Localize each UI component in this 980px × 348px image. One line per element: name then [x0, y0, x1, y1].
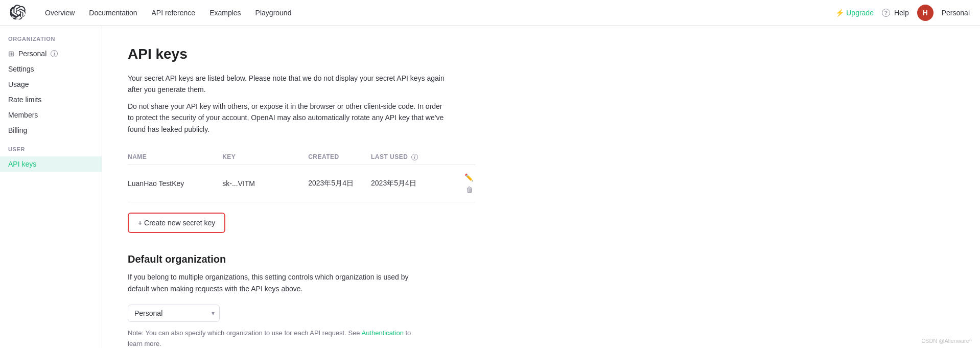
sidebar-item-settings[interactable]: Settings	[0, 61, 102, 77]
api-keys-table: NAME KEY CREATED LAST USED i LuanHao Tes…	[128, 149, 475, 202]
org-section-label: ORGANIZATION	[0, 36, 102, 46]
sidebar-org-personal[interactable]: ⊞ Personal i	[0, 46, 102, 61]
col-header-name: NAME	[128, 149, 222, 165]
org-select[interactable]: Personal	[128, 305, 220, 322]
note-text: Note: You can also specify which organiz…	[128, 328, 424, 348]
sidebar-item-usage[interactable]: Usage	[0, 77, 102, 92]
last-used-info-icon: i	[411, 154, 418, 160]
description-2: Do not share your API key with others, o…	[128, 101, 450, 135]
default-org-title: Default organization	[128, 253, 954, 265]
nav-examples[interactable]: Examples	[203, 6, 247, 20]
description-1: Your secret API keys are listed below. P…	[128, 73, 445, 96]
nav-documentation[interactable]: Documentation	[83, 6, 143, 20]
upgrade-button[interactable]: ⚡ Upgrade	[835, 9, 874, 17]
sidebar-item-members[interactable]: Members	[0, 107, 102, 123]
nav-overview[interactable]: Overview	[39, 6, 81, 20]
nav-playground[interactable]: Playground	[249, 6, 298, 20]
key-value: sk-...VITM	[222, 165, 308, 202]
sidebar: ORGANIZATION ⊞ Personal i Settings Usage…	[0, 26, 102, 348]
openai-logo[interactable]	[10, 5, 27, 21]
main-content: API keys Your secret API keys are listed…	[102, 26, 980, 348]
key-last-used: 2023年5月4日	[371, 165, 446, 202]
info-icon: i	[51, 50, 58, 57]
col-header-created: CREATED	[308, 149, 371, 165]
layout: ORGANIZATION ⊞ Personal i Settings Usage…	[0, 26, 980, 348]
help-button[interactable]: ? Help	[882, 9, 909, 17]
org-icon: ⊞	[8, 50, 14, 58]
col-header-key: KEY	[222, 149, 308, 165]
sidebar-item-rate-limits[interactable]: Rate limits	[0, 92, 102, 107]
help-circle-icon: ?	[882, 9, 890, 17]
key-name: LuanHao TestKey	[128, 165, 222, 202]
nav-links: Overview Documentation API reference Exa…	[39, 6, 835, 20]
sidebar-divider	[0, 138, 102, 146]
nav-api-reference[interactable]: API reference	[146, 6, 202, 20]
lightning-icon: ⚡	[835, 9, 844, 17]
org-select-wrapper: Personal ▾	[128, 305, 220, 322]
sidebar-item-billing[interactable]: Billing	[0, 123, 102, 138]
create-key-button[interactable]: + Create new secret key	[130, 215, 223, 231]
user-section-label: USER	[0, 146, 102, 156]
top-nav: Overview Documentation API reference Exa…	[0, 0, 980, 26]
sidebar-item-api-keys[interactable]: API keys	[0, 156, 102, 172]
col-header-last-used: LAST USED i	[371, 149, 446, 165]
key-created: 2023年5月4日	[308, 165, 371, 202]
col-header-actions	[446, 149, 475, 165]
default-org-desc: If you belong to multiple organizations,…	[128, 271, 424, 294]
create-key-wrapper: + Create new secret key	[128, 213, 225, 233]
key-actions: ✏️ 🗑	[446, 165, 475, 202]
authentication-link[interactable]: Authentication	[361, 329, 403, 337]
top-nav-right: ⚡ Upgrade ? Help H Personal	[835, 5, 970, 21]
edit-key-button[interactable]: ✏️	[462, 171, 475, 183]
avatar[interactable]: H	[917, 5, 934, 21]
table-row: LuanHao TestKey sk-...VITM 2023年5月4日 202…	[128, 165, 475, 202]
watermark: CSDN @Alienware^	[921, 338, 972, 344]
delete-key-button[interactable]: 🗑	[464, 183, 475, 196]
page-title: API keys	[128, 46, 954, 62]
personal-label[interactable]: Personal	[942, 9, 970, 17]
